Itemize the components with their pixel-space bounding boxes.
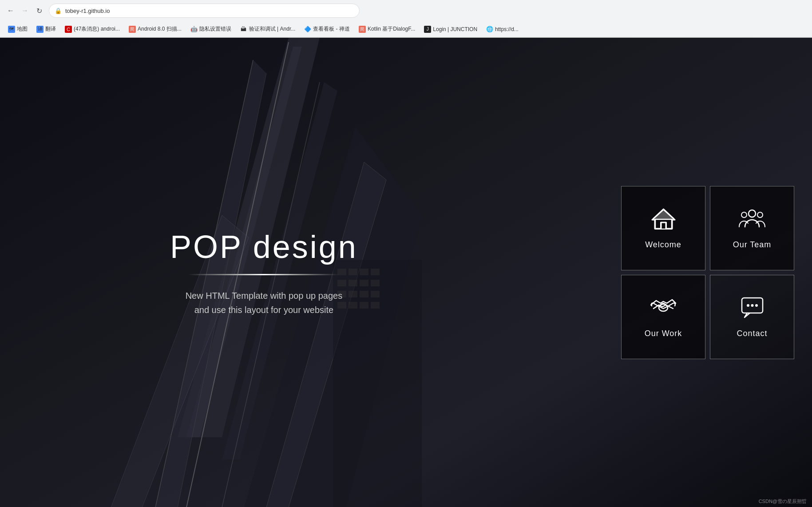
forward-button[interactable]: → — [19, 4, 31, 17]
nav-card-our-team[interactable]: Our Team — [710, 186, 794, 270]
nav-card-our-work[interactable]: Our Work — [621, 275, 705, 359]
contact-icon — [740, 296, 764, 322]
browser-chrome: ← → ↻ 🔒 tobey-r1.github.io 🗺 地图 译 翻译 C (… — [0, 0, 812, 38]
bookmarks-bar: 🗺 地图 译 翻译 C (47条消息) androi... 简 Android … — [0, 21, 812, 37]
website-content: POP design New HTML Template with pop up… — [0, 38, 812, 507]
bookmark-favicon-kanban: 🔷 — [304, 26, 311, 33]
svg-point-38 — [747, 304, 749, 307]
nav-card-welcome[interactable]: Welcome — [621, 186, 705, 270]
bookmark-kanban[interactable]: 🔷 查看看板 - 禅道 — [301, 24, 353, 35]
bookmark-label-android-scan: Android 8.0 扫描... — [138, 25, 182, 33]
bookmark-label-verify: 验证和调试 | Andr... — [249, 25, 295, 33]
bookmark-https[interactable]: 🌐 https://d... — [483, 24, 522, 35]
bookmark-favicon-privacy: 🤖 — [190, 26, 198, 33]
bookmark-label-maps: 地图 — [17, 25, 28, 33]
bookmark-label-csdn: (47条消息) androi... — [74, 25, 120, 33]
bookmark-favicon-https: 🌐 — [486, 26, 493, 33]
url-text: tobey-r1.github.io — [65, 8, 110, 14]
security-icon: 🔒 — [55, 8, 62, 14]
welcome-label: Welcome — [645, 240, 681, 250]
bookmark-label-translate: 翻译 — [45, 25, 56, 33]
svg-point-39 — [751, 304, 753, 307]
browser-toolbar: ← → ↻ 🔒 tobey-r1.github.io — [0, 0, 812, 21]
svg-marker-30 — [652, 210, 675, 220]
bookmark-label-https: https://d... — [495, 26, 519, 32]
bookmark-favicon-csdn: C — [65, 26, 72, 33]
nav-card-contact[interactable]: Contact — [710, 275, 794, 359]
team-icon — [739, 207, 765, 233]
footer-credit: CSDN@雪の星辰朔晢 — [753, 495, 812, 507]
bookmark-kotlin[interactable]: 简 Kotlin 基于DialogF... — [355, 24, 419, 35]
nav-buttons: ← → ↻ — [4, 4, 45, 17]
hero-subtitle: New HTML Template with pop up pagesand u… — [186, 289, 343, 317]
hero-divider — [188, 274, 339, 275]
bookmark-label-privacy: 隐私设置错误 — [199, 25, 231, 33]
bookmark-android-scan[interactable]: 简 Android 8.0 扫描... — [125, 24, 185, 35]
bookmark-favicon-kotlin: 简 — [359, 26, 366, 33]
credit-text: CSDN@雪の星辰朔晢 — [759, 499, 807, 504]
refresh-button[interactable]: ↻ — [33, 4, 45, 17]
home-icon — [651, 207, 676, 233]
bookmark-verify[interactable]: 🏔 验证和调试 | Andr... — [237, 24, 299, 35]
bookmark-favicon-login: J — [424, 26, 431, 33]
work-icon — [650, 296, 677, 322]
svg-point-40 — [755, 304, 758, 307]
contact-label: Contact — [737, 329, 767, 338]
our-work-label: Our Work — [645, 329, 682, 338]
svg-point-33 — [749, 210, 756, 217]
svg-point-34 — [741, 212, 747, 218]
address-bar[interactable]: 🔒 tobey-r1.github.io — [49, 4, 360, 18]
svg-rect-31 — [655, 219, 672, 229]
bookmark-favicon-translate: 译 — [36, 26, 44, 33]
svg-point-35 — [757, 212, 763, 218]
bookmark-label-kotlin: Kotlin 基于DialogF... — [368, 25, 415, 33]
hero-title: POP design — [170, 229, 358, 265]
bookmark-favicon-maps: 🗺 — [8, 26, 15, 33]
our-team-label: Our Team — [733, 240, 772, 250]
bookmark-label-kanban: 查看看板 - 禅道 — [313, 25, 350, 33]
back-button[interactable]: ← — [4, 4, 17, 17]
bookmark-login[interactable]: J Login | JUNCTION — [420, 24, 481, 35]
bookmark-maps[interactable]: 🗺 地图 — [4, 24, 31, 35]
bookmark-privacy[interactable]: 🤖 隐私设置错误 — [187, 24, 235, 35]
bookmark-translate[interactable]: 译 翻译 — [33, 24, 59, 35]
bookmark-favicon-android-scan: 简 — [129, 26, 136, 33]
bookmark-label-login: Login | JUNCTION — [433, 26, 477, 32]
hero-section: POP design New HTML Template with pop up… — [0, 38, 528, 507]
bookmark-favicon-verify: 🏔 — [240, 26, 247, 33]
bookmark-csdn[interactable]: C (47条消息) androi... — [61, 24, 123, 35]
nav-grid: Welcome Our Team — [621, 186, 794, 359]
